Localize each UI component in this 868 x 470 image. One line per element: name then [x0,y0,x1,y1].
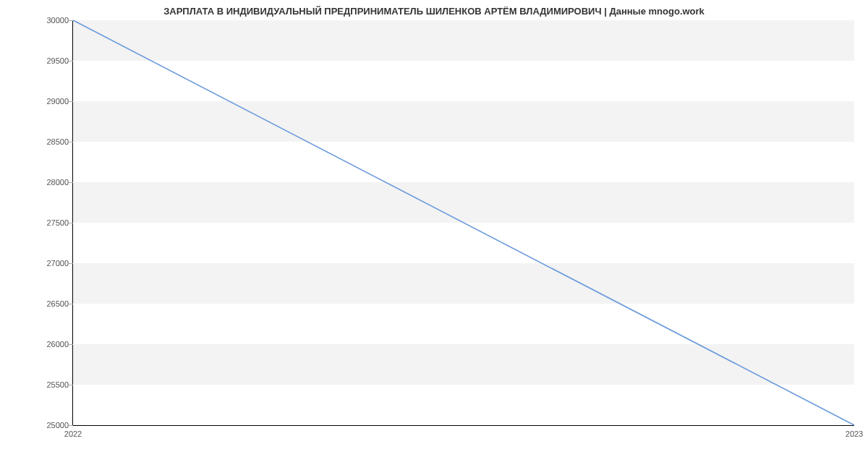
plot-area: 2500025500260002650027000275002800028500… [72,20,854,426]
y-tick [67,61,73,61]
y-tick-label: 29500 [41,56,69,65]
chart-title: ЗАРПЛАТА В ИНДИВИДУАЛЬНЫЙ ПРЕДПРИНИМАТЕЛ… [0,0,868,17]
y-tick [67,142,73,142]
y-tick-label: 27500 [41,218,69,227]
y-tick-label: 30000 [41,16,69,25]
y-tick-label: 26000 [41,340,69,349]
y-tick-label: 28000 [41,178,69,187]
y-tick [67,182,73,183]
y-tick-label: 29000 [41,97,69,106]
y-tick-label: 27000 [41,259,69,268]
y-tick [67,20,73,21]
y-tick [67,304,73,304]
y-tick-label: 25500 [41,380,69,389]
y-tick [67,263,73,264]
y-tick [67,425,73,426]
line-series [73,20,854,425]
x-tick-label: 2023 [846,430,863,438]
y-tick [67,101,73,102]
line-path [73,20,854,425]
y-tick [67,385,73,385]
x-tick-label: 2022 [64,430,82,438]
y-tick [67,344,73,345]
y-tick [67,223,73,223]
y-tick-label: 26500 [41,299,69,308]
y-tick-label: 25000 [41,421,69,430]
y-tick-label: 28500 [41,137,69,146]
chart-container: 2500025500260002650027000275002800028500… [43,20,854,440]
